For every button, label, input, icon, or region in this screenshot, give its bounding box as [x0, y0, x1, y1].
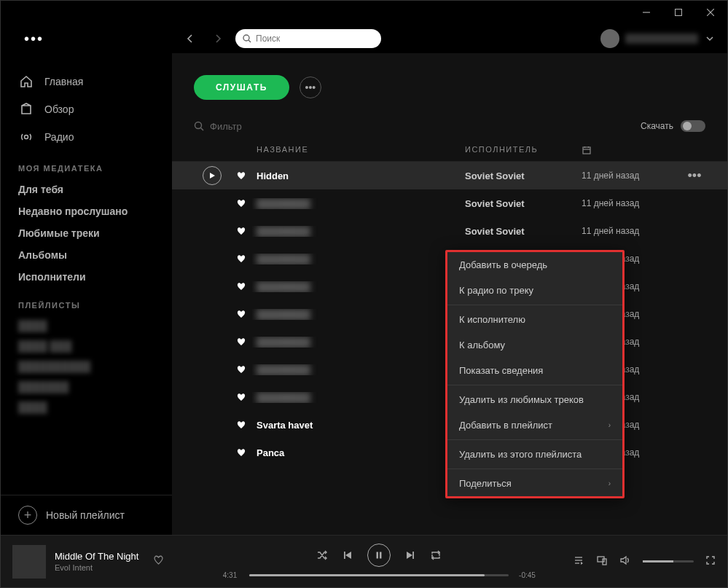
filter-input[interactable]: Фильтр: [194, 121, 242, 132]
like-button[interactable]: [153, 554, 164, 568]
track-date: 11 дней назад: [582, 198, 684, 208]
app-menu-button[interactable]: •••: [24, 31, 44, 47]
context-menu-item[interactable]: К радио по треку: [447, 278, 622, 303]
play-track-button[interactable]: [203, 166, 222, 185]
svg-line-8: [201, 128, 204, 131]
playlist-item[interactable]: ████: [1, 315, 172, 336]
chevron-right-icon: ›: [608, 421, 611, 429]
album-art[interactable]: [12, 545, 46, 579]
lib-albums[interactable]: Альбомы: [1, 244, 172, 266]
download-label: Скачать: [641, 121, 673, 131]
playlist-item[interactable]: ████: [1, 397, 172, 418]
playlists-section-header: ПЛЕЙЛИСТЫ: [1, 288, 172, 315]
lib-for-you[interactable]: Для тебя: [1, 179, 172, 200]
nav-radio[interactable]: Радио: [18, 123, 154, 151]
heart-icon[interactable]: [230, 337, 252, 347]
svg-rect-15: [344, 552, 345, 559]
download-toggle[interactable]: [681, 120, 705, 132]
lib-artists[interactable]: Исполнители: [1, 266, 172, 288]
playlist-item[interactable]: ██████████: [1, 356, 172, 377]
prev-button[interactable]: [343, 550, 353, 560]
heart-icon[interactable]: [230, 226, 252, 236]
user-avatar[interactable]: [600, 29, 619, 48]
svg-marker-13: [210, 173, 215, 179]
radio-icon: [18, 129, 34, 145]
nav-home[interactable]: Главная: [18, 68, 154, 95]
track-title: ████████: [252, 281, 465, 292]
nav-back-button[interactable]: [180, 28, 200, 49]
next-button[interactable]: [405, 550, 415, 560]
heart-icon[interactable]: [230, 392, 252, 402]
svg-rect-9: [583, 147, 590, 154]
svg-marker-23: [581, 562, 583, 565]
maximize-button[interactable]: [668, 4, 689, 21]
heart-icon[interactable]: [230, 170, 252, 181]
track-title: ████████: [252, 226, 465, 237]
heart-icon[interactable]: [230, 447, 252, 458]
queue-button[interactable]: [573, 554, 584, 569]
search-input[interactable]: Поиск: [235, 29, 381, 48]
track-row[interactable]: ████████Soviet Soviet11 дней назад: [172, 189, 727, 217]
context-menu-item[interactable]: Поделиться›: [447, 471, 622, 496]
svg-rect-16: [376, 552, 378, 559]
window-titlebar: [1, 1, 727, 24]
search-icon: [243, 34, 251, 43]
menu-divider: [447, 305, 622, 305]
volume-button[interactable]: [619, 554, 631, 569]
track-artist[interactable]: Soviet Soviet: [465, 226, 582, 237]
shuffle-button[interactable]: [316, 549, 328, 561]
context-menu-item[interactable]: Удалить из этого плейлиста: [447, 442, 622, 467]
repeat-button[interactable]: [430, 549, 442, 561]
playlist-item[interactable]: ████ ███: [1, 336, 172, 356]
svg-point-4: [243, 35, 249, 41]
more-options-button[interactable]: •••: [300, 77, 321, 98]
heart-icon[interactable]: [230, 364, 252, 375]
svg-rect-19: [412, 552, 414, 559]
svg-marker-14: [345, 552, 351, 559]
fullscreen-button[interactable]: [705, 555, 716, 568]
svg-point-7: [195, 122, 202, 129]
context-menu-item[interactable]: Добавить в плейлист›: [447, 412, 622, 438]
context-menu-item[interactable]: Удалить из любимых треков: [447, 387, 622, 412]
now-playing-artist[interactable]: Evol Intent: [55, 563, 138, 572]
new-playlist-button[interactable]: + Новый плейлист: [1, 495, 172, 535]
elapsed-time: 4:31: [219, 571, 242, 579]
library-section-header: МОЯ МЕДИАТЕКА: [1, 151, 172, 179]
context-menu-item[interactable]: Добавить в очередь: [447, 252, 622, 278]
track-more-button[interactable]: •••: [684, 168, 705, 184]
context-menu-item[interactable]: К исполнителю: [447, 307, 622, 332]
new-playlist-label: Новый плейлист: [46, 509, 125, 521]
player-bar: Middle Of The Night Evol Intent 4:31 -0:…: [1, 535, 727, 587]
nav-forward-button[interactable]: [208, 28, 228, 49]
now-playing-title[interactable]: Middle Of The Night: [55, 551, 138, 562]
context-menu-item[interactable]: Показать сведения: [447, 358, 622, 383]
pause-button[interactable]: [367, 544, 391, 567]
heart-icon[interactable]: [230, 309, 252, 319]
nav-browse[interactable]: Обзор: [18, 95, 154, 123]
lib-recent[interactable]: Недавно прослушано: [1, 200, 172, 222]
devices-button[interactable]: [596, 554, 608, 569]
svg-line-5: [248, 40, 251, 42]
menu-divider: [447, 385, 622, 385]
track-title: Svarta havet: [252, 420, 465, 431]
volume-slider[interactable]: [643, 560, 694, 562]
track-artist[interactable]: Soviet Soviet: [465, 198, 582, 209]
minimize-button[interactable]: [635, 4, 657, 21]
lib-liked[interactable]: Любимые треки: [1, 222, 172, 244]
track-artist[interactable]: Soviet Soviet: [465, 170, 582, 181]
track-title: ████████: [252, 364, 465, 375]
context-menu-item[interactable]: К альбому: [447, 332, 622, 358]
play-all-button[interactable]: СЛУШАТЬ: [194, 75, 289, 100]
heart-icon[interactable]: [230, 254, 252, 264]
heart-icon[interactable]: [230, 281, 252, 291]
track-row[interactable]: ████████Soviet Soviet11 дней назад: [172, 217, 727, 245]
playlist-item[interactable]: ███████: [1, 377, 172, 397]
search-placeholder: Поиск: [256, 34, 280, 44]
heart-icon[interactable]: [230, 420, 252, 430]
chevron-down-icon[interactable]: [704, 33, 716, 44]
progress-bar[interactable]: [249, 574, 509, 576]
heart-icon[interactable]: [230, 198, 252, 208]
close-button[interactable]: [700, 4, 721, 21]
chevron-right-icon: ›: [608, 479, 611, 487]
track-row[interactable]: HiddenSoviet Soviet11 дней назад•••: [172, 162, 727, 189]
